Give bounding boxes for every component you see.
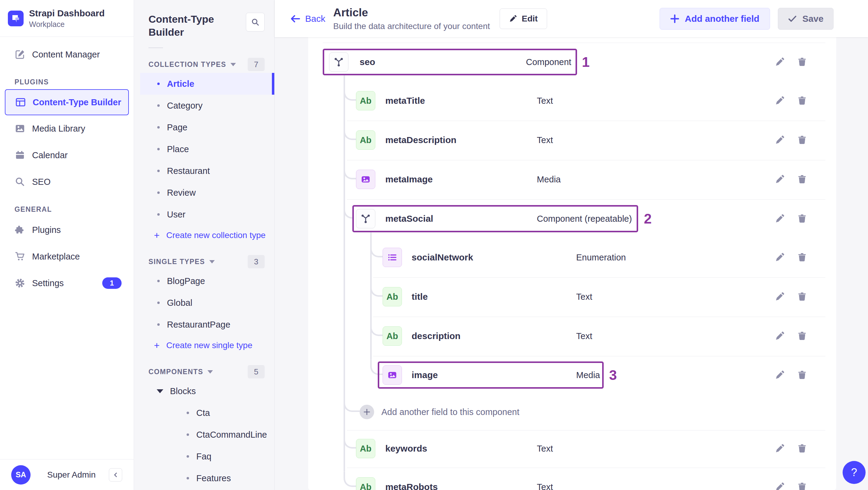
plus-circle-icon[interactable] [360, 405, 374, 419]
create-collection-type-link[interactable]: +Create new collection type [154, 225, 274, 245]
main-header: Back Article Build the data architecture… [275, 0, 868, 37]
delete-field-button[interactable] [796, 95, 808, 106]
add-component-field-label[interactable]: Add another field to this component [381, 407, 519, 417]
sidebar-item-plugins[interactable]: Plugins [0, 217, 134, 243]
field-name: image [412, 370, 438, 380]
collection-type-article[interactable]: Article [140, 73, 274, 95]
row-divider [347, 160, 825, 160]
edit-field-button[interactable] [774, 95, 785, 106]
row-actions [774, 56, 808, 68]
media-library-icon [14, 123, 25, 134]
page-subtitle: Build the data architecture of your cont… [333, 22, 490, 31]
edit-button[interactable]: Edit [500, 8, 547, 29]
component-ctacommandline[interactable]: CtaCommandLine [140, 424, 274, 446]
edit-field-button[interactable] [774, 134, 785, 146]
edit-field-button[interactable] [774, 252, 785, 263]
edit-field-button[interactable] [774, 481, 785, 490]
create-single-type-link[interactable]: +Create new single type [154, 335, 274, 356]
tree-connector [344, 472, 356, 487]
row-actions [774, 330, 808, 342]
save-button[interactable]: Save [778, 8, 834, 30]
collection-type-user[interactable]: User [140, 204, 274, 225]
delete-field-button[interactable] [796, 369, 808, 381]
row-actions [774, 174, 808, 185]
field-name: metaSocial [385, 214, 433, 224]
edit-field-button[interactable] [774, 56, 785, 68]
pencil-icon [775, 444, 784, 453]
sidebar-item-calendar[interactable]: Calendar [0, 142, 134, 169]
edit-field-button[interactable] [774, 291, 785, 303]
brand-text: Strapi Dashboard Workplace [29, 8, 105, 29]
single-type-blogpage[interactable]: BlogPage [140, 270, 274, 292]
component-cta[interactable]: Cta [140, 402, 274, 424]
sidebar-item-label: SEO [32, 177, 51, 187]
workspace-switcher[interactable]: Strapi Dashboard Workplace [0, 0, 134, 37]
create-link-label: Create new collection type [166, 231, 266, 240]
media-field-icon [382, 365, 402, 385]
collection-type-page[interactable]: Page [140, 117, 274, 138]
collection-type-place[interactable]: Place [140, 138, 274, 160]
sidebar-item-label: Calendar [32, 150, 68, 160]
sidebar-item-label: Plugins [32, 225, 61, 235]
edit-field-button[interactable] [774, 330, 785, 342]
edit-field-button[interactable] [774, 174, 785, 185]
pencil-icon [775, 331, 784, 341]
delete-field-button[interactable] [796, 330, 808, 342]
plus-icon: + [154, 340, 160, 351]
tree-item-label: RestaurantPage [167, 320, 230, 330]
edit-field-button[interactable] [774, 213, 785, 224]
trash-icon [797, 292, 807, 302]
bullet-icon [157, 213, 160, 216]
collection-type-review[interactable]: Review [140, 182, 274, 204]
sidebar-item-content-type-builder[interactable]: Content-Type Builder [5, 89, 129, 115]
bullet-icon [157, 170, 160, 172]
sidebar-item-seo[interactable]: SEO [0, 169, 134, 195]
single-types-label: SINGLE TYPES [149, 258, 205, 266]
sidebar-item-settings[interactable]: Settings 1 [0, 270, 134, 297]
avatar[interactable]: SA [11, 465, 31, 485]
field-type: Component (repeatable) [537, 214, 632, 224]
content-scroll-area[interactable]: 1 2 3 seo Component [275, 37, 868, 490]
sidebar-item-media-library[interactable]: Media Library [0, 115, 134, 142]
collapse-sidebar-button[interactable] [109, 468, 122, 482]
add-another-field-button[interactable]: Add another field [660, 8, 770, 30]
components-header[interactable]: COMPONENTS 5 [149, 365, 265, 378]
collection-types-header[interactable]: COLLECTION TYPES 7 [149, 58, 265, 71]
field-type: Text [576, 331, 592, 341]
delete-field-button[interactable] [796, 252, 808, 263]
component-faq[interactable]: Faq [140, 446, 274, 467]
chevron-down-icon [209, 260, 215, 264]
sidebar-item-marketplace[interactable]: Marketplace [0, 243, 134, 270]
edit-field-button[interactable] [774, 369, 785, 381]
single-types-header[interactable]: SINGLE TYPES 3 [149, 255, 265, 268]
back-label: Back [305, 13, 326, 24]
back-link[interactable]: Back [290, 13, 326, 24]
delete-field-button[interactable] [796, 174, 808, 185]
delete-field-button[interactable] [796, 213, 808, 224]
help-button[interactable]: ? [843, 461, 866, 484]
delete-field-button[interactable] [796, 443, 808, 454]
sidebar-item-label: Media Library [32, 124, 85, 134]
tree-item-label: Review [167, 188, 196, 198]
bullet-icon [187, 433, 189, 436]
tree-item-label: Article [167, 79, 194, 89]
field-name: metaImage [385, 174, 433, 184]
settings-notification-badge: 1 [102, 277, 122, 289]
single-type-global[interactable]: Global [140, 292, 274, 314]
pencil-icon [775, 96, 784, 105]
delete-field-button[interactable] [796, 481, 808, 490]
sidebar-item-content-manager[interactable]: Content Manager [0, 41, 134, 68]
field-name: metaTitle [385, 96, 425, 106]
component-category-blocks[interactable]: Blocks [134, 380, 274, 402]
delete-field-button[interactable] [796, 56, 808, 68]
arrow-left-icon [290, 13, 301, 24]
component-features[interactable]: Features [140, 467, 274, 489]
header-actions: Add another field Save [660, 8, 834, 30]
single-type-restaurantpage[interactable]: RestaurantPage [140, 314, 274, 335]
delete-field-button[interactable] [796, 291, 808, 303]
collection-type-restaurant[interactable]: Restaurant [140, 160, 274, 182]
delete-field-button[interactable] [796, 134, 808, 146]
edit-field-button[interactable] [774, 443, 785, 454]
search-button[interactable] [246, 13, 265, 31]
collection-type-category[interactable]: Category [140, 95, 274, 117]
